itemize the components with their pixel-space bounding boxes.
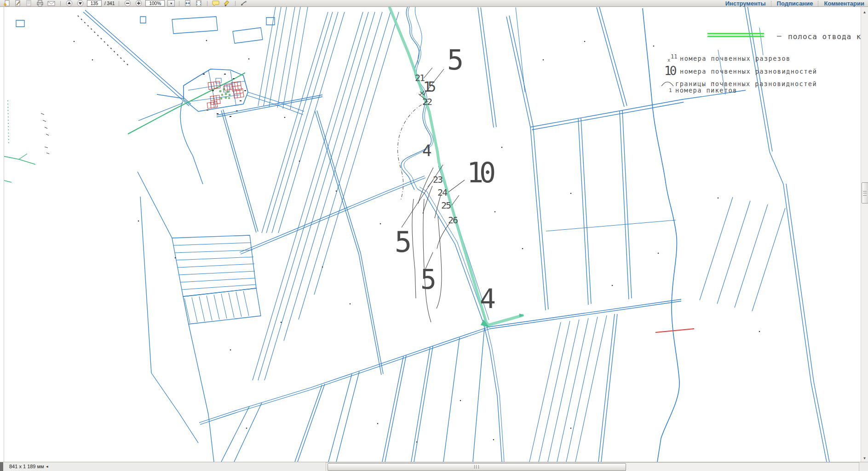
envelope-icon <box>47 0 56 6</box>
legend-label: номера почвенных разновидностей <box>680 68 817 75</box>
page-down-icon <box>77 0 84 6</box>
print-button[interactable] <box>36 0 44 6</box>
save-button[interactable] <box>25 0 33 6</box>
zoom-in-icon <box>135 0 142 6</box>
fit-page-button[interactable] <box>195 0 203 6</box>
legend-variety-marker: 10 <box>664 64 676 78</box>
toolbar-separator <box>179 1 179 6</box>
map-canvas[interactable]: 5 15 21 22 4 10 23 24 25 26 5 5 4 — поло… <box>4 7 861 462</box>
panel-tab-separator <box>771 1 772 6</box>
survey-dots <box>74 40 760 443</box>
marker-pen-icon <box>223 0 230 6</box>
comment-bubble-icon <box>212 0 219 6</box>
thumb-grip-icon <box>474 465 479 469</box>
legend-arc-symbol <box>661 82 673 86</box>
vertical-scroll-thumb[interactable] <box>862 182 868 204</box>
create-pdf-icon <box>3 0 11 6</box>
zoom-level-value[interactable]: 100% <box>145 0 165 6</box>
zoom-dropdown-caret[interactable]: ▼ <box>167 0 175 6</box>
soil-variety-number: 10 <box>467 157 494 189</box>
tab-sign[interactable]: Подписание <box>777 0 813 7</box>
next-page-button[interactable] <box>76 0 84 6</box>
toolbar-separator <box>235 1 236 6</box>
horizontal-scroll-thumb[interactable] <box>328 463 626 471</box>
pdf-viewer-window: / 341 100% ▼ <box>0 0 868 471</box>
panel-tab-separator <box>818 1 819 6</box>
fit-width-button[interactable] <box>184 0 192 6</box>
legend-cut-marker: 11 <box>671 53 677 60</box>
create-pdf-button[interactable] <box>3 0 11 6</box>
right-panel-tabs: Инструменты Подписание Комментарии <box>725 0 864 7</box>
highlight-button[interactable] <box>223 0 231 6</box>
scroll-down-icon: ▼ <box>863 456 867 460</box>
legend-picket-marker: 1 <box>669 87 672 93</box>
soil-variety-number: 4 <box>480 283 496 314</box>
soil-variety-number: 5 <box>420 264 437 295</box>
document-page[interactable]: 5 15 21 22 4 10 23 24 25 26 5 5 4 — поло… <box>4 7 861 462</box>
pencil-page-icon <box>14 0 22 6</box>
comment-button[interactable] <box>212 0 220 6</box>
email-button[interactable] <box>47 0 56 6</box>
zoom-out-button[interactable] <box>123 0 132 6</box>
picket-number: 23 <box>433 174 443 185</box>
legend-dash: — <box>777 31 782 40</box>
scroll-left-icon[interactable]: ◂ <box>46 464 48 469</box>
legend-cut-marker-x: x <box>667 58 670 63</box>
page-size-readout: 841 x 1 189 мм <box>9 464 44 469</box>
scroll-up-button[interactable]: ▲ <box>861 9 868 16</box>
page-up-icon <box>66 0 73 6</box>
legend-label: полоса отвода ка <box>788 32 861 41</box>
picket-number: 21 <box>415 72 425 83</box>
fit-page-icon <box>195 0 202 6</box>
tab-tools[interactable]: Инструменты <box>725 0 766 7</box>
previous-page-button[interactable] <box>65 0 73 6</box>
sign-document-button[interactable] <box>14 0 22 6</box>
vertical-scrollbar[interactable]: ▲ ▼ <box>861 7 868 462</box>
red-marker-line <box>655 329 694 332</box>
scroll-up-icon: ▲ <box>863 10 867 14</box>
status-bar: 841 x 1 189 мм ◂ <box>0 462 868 471</box>
screen-mode-button[interactable] <box>240 0 248 6</box>
soil-variety-number: 5 <box>447 44 464 76</box>
scrollbar-corner <box>0 462 3 471</box>
soil-variety-number: 15 <box>423 79 435 95</box>
legend-label: номера почвенных разрезов <box>680 55 791 62</box>
picket-number: 26 <box>448 215 458 226</box>
page-total-label: / 341 <box>104 1 115 6</box>
page-number-input[interactable] <box>87 0 102 6</box>
diagonal-arrows-icon <box>240 0 247 6</box>
toolbar-separator <box>119 1 119 6</box>
legend-label: номера пикетов <box>675 87 737 94</box>
picket-number: 22 <box>422 96 432 107</box>
picket-number: 24 <box>437 187 448 198</box>
horizontal-scrollbar[interactable] <box>326 462 859 471</box>
toolbar-separator <box>207 1 207 6</box>
zoom-in-button[interactable] <box>134 0 143 6</box>
thumb-grip-icon <box>863 191 867 196</box>
tab-comments[interactable]: Комментарии <box>824 0 864 7</box>
zoom-out-icon <box>124 0 131 6</box>
printer-icon <box>36 0 44 6</box>
toolbar-separator <box>60 1 61 6</box>
scroll-down-button[interactable]: ▼ <box>861 455 868 462</box>
soil-variety-number: 5 <box>395 225 412 259</box>
soil-boundary-lines <box>41 16 465 322</box>
legend-green-line-symbol <box>707 34 764 36</box>
fit-width-icon <box>184 0 191 6</box>
save-icon <box>25 0 33 6</box>
picket-number: 25 <box>441 200 451 211</box>
soil-variety-number: 4 <box>422 141 431 160</box>
